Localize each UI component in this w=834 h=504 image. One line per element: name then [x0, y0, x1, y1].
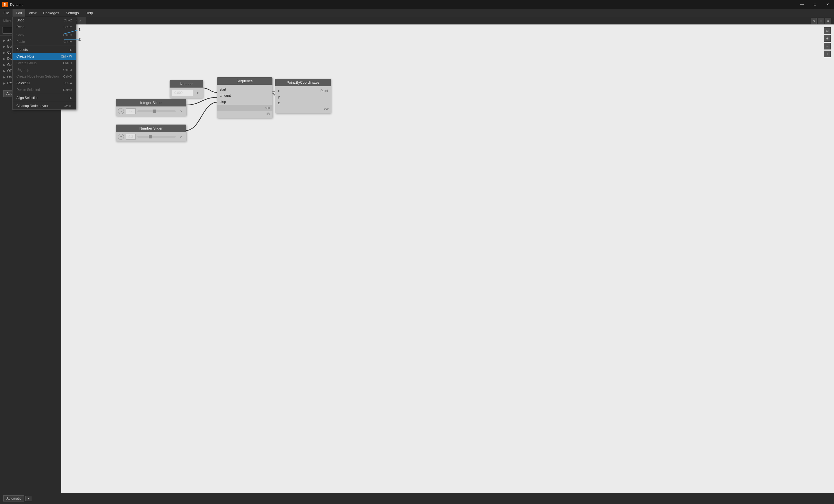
node-num-slider-body: ▾ 9.3 > — [116, 132, 186, 141]
add-label: Add — [6, 92, 12, 96]
align-arrow-icon: ▶ — [70, 96, 72, 100]
zoom-out-button[interactable]: − — [824, 43, 831, 49]
node-int-slider-header: Integer Slider — [116, 99, 186, 107]
auto-run-controls: Automatic ▼ — [3, 496, 32, 502]
tab-bar: Home* ✕ ⊙ ═ ≡ — [61, 17, 834, 24]
int-slider-out: > — [178, 108, 184, 114]
zoom-controls: ⊡ + − + — [824, 27, 831, 57]
number-value: 0.000 — [172, 90, 193, 96]
sequence-out-area: seq — [217, 105, 272, 111]
dd-sep-1 — [13, 31, 76, 31]
dd-ungroup: Ungroup Ctrl+U — [13, 66, 76, 73]
zoom-add-button[interactable]: + — [824, 50, 831, 57]
dd-align-selection[interactable]: Align Selection ▶ — [13, 94, 76, 101]
int-slider-value: 12 — [126, 108, 136, 114]
num-slider-track[interactable] — [137, 136, 176, 138]
int-slider-thumb[interactable] — [153, 110, 156, 113]
callout-1-label: 1 — [79, 27, 81, 32]
tab-home-close[interactable]: ✕ — [79, 19, 81, 22]
node-point[interactable]: Point.ByCoordinates x Point y z xxx — [275, 79, 331, 113]
node-sequence-body: start amount step seq IIV — [217, 85, 272, 118]
bottom-bar: Automatic ▼ — [0, 493, 834, 504]
menu-help[interactable]: Help — [82, 9, 96, 17]
dropdown-menu: Undo Ctrl+Z Redo Ctrl+Y Copy Ctrl+C Past… — [12, 17, 76, 110]
node-number[interactable]: Number 0.000 > — [170, 80, 203, 98]
num-slider-value: 9.3 — [126, 134, 136, 139]
num-slider-thumb[interactable] — [149, 135, 152, 138]
dd-select-all[interactable]: Select All Ctrl+A — [13, 80, 76, 86]
dd-sep-2 — [13, 46, 76, 46]
menu-edit[interactable]: Edit — [13, 9, 25, 17]
node-sequence-title: Sequence — [237, 79, 253, 83]
presets-arrow-icon: ▶ — [70, 48, 72, 52]
menu-file[interactable]: File — [0, 9, 13, 17]
node-int-slider-body: ▾ 12 > — [116, 107, 186, 116]
auto-run-arrow[interactable]: ▼ — [25, 496, 32, 501]
close-button[interactable]: ✕ — [821, 0, 834, 9]
node-sequence[interactable]: Sequence start amount step seq IIV — [217, 77, 272, 118]
node-number-title: Number — [180, 82, 193, 86]
point-row-y: y — [275, 94, 331, 100]
seq-bottom-label: IIV — [267, 112, 270, 115]
dd-sep-3 — [13, 94, 76, 94]
dd-delete-selected: Delete Selected Delete — [13, 86, 76, 93]
node-number-header: Number — [170, 80, 203, 88]
dd-create-note[interactable]: Create Note Ctrl + W — [13, 53, 76, 60]
dd-presets[interactable]: Presets ▶ — [13, 46, 76, 53]
pt-bottom-label: xxx — [324, 107, 329, 111]
app-title: Dynamo — [10, 2, 23, 7]
window-controls: — □ ✕ — [796, 0, 834, 9]
app-icon: D — [2, 2, 8, 7]
node-number-body: 0.000 > — [170, 88, 203, 98]
point-row-z: z — [275, 100, 331, 106]
title-bar: D Dynamo — □ ✕ — [0, 0, 834, 9]
dd-cleanup-node-layout[interactable]: Cleanup Node Layout Ctrl+L — [13, 103, 76, 109]
dd-create-node-from-sel: Create Node From Selection Ctrl+D — [13, 73, 76, 80]
zoom-in-button[interactable]: + — [824, 35, 831, 42]
pt-port-z: z — [278, 101, 328, 105]
dd-copy: Copy Ctrl+C — [13, 32, 76, 38]
toolbar-btn-3[interactable]: ≡ — [825, 18, 831, 24]
toolbar-btn-2[interactable]: ═ — [818, 18, 824, 24]
seq-out-label: seq — [265, 106, 270, 110]
num-slider-chevron[interactable]: ▾ — [118, 134, 124, 140]
minimize-button[interactable]: — — [796, 0, 808, 9]
sequence-row-amount: amount — [217, 92, 272, 99]
node-int-slider-title: Integer Slider — [140, 101, 161, 105]
pt-out-label: Point — [321, 89, 328, 93]
menu-packages[interactable]: Packages — [40, 9, 62, 17]
menu-settings[interactable]: Settings — [62, 9, 82, 17]
menu-bar: File Edit View Packages Settings Help — [0, 9, 834, 17]
node-num-slider-title: Number Slider — [139, 126, 162, 130]
dd-create-group: Create Group Ctrl+G — [13, 60, 76, 66]
num-slider-out: > — [178, 134, 184, 139]
app-icon-letter: D — [4, 3, 6, 6]
dd-paste: Paste Ctrl+V — [13, 38, 76, 45]
maximize-button[interactable]: □ — [808, 0, 821, 9]
node-num-slider[interactable]: Number Slider ▾ 9.3 > — [116, 125, 186, 141]
zoom-fit-button[interactable]: ⊡ — [824, 27, 831, 34]
tab-toolbar: ⊙ ═ ≡ — [811, 18, 831, 24]
node-point-body: x Point y z xxx — [275, 86, 331, 113]
pt-port-y: y — [278, 95, 328, 99]
node-int-slider[interactable]: Integer Slider ▾ 12 > — [116, 99, 186, 116]
dd-redo[interactable]: Redo Ctrl+Y — [13, 24, 76, 30]
node-num-slider-header: Number Slider — [116, 125, 186, 132]
node-point-title: Point.ByCoordinates — [287, 80, 320, 85]
menu-view[interactable]: View — [25, 9, 40, 17]
number-out-port: > — [195, 90, 201, 96]
dd-undo[interactable]: Undo Ctrl+Z — [13, 17, 76, 24]
int-slider-track[interactable] — [137, 110, 176, 112]
callout-2-label: 2 — [79, 37, 81, 42]
seq-port-step: step — [220, 100, 270, 104]
node-point-header: Point.ByCoordinates — [275, 79, 331, 86]
seq-port-amount: amount — [220, 94, 270, 97]
auto-run-button[interactable]: Automatic — [3, 496, 24, 502]
sequence-row-step: step — [217, 99, 272, 105]
point-row-x: x Point — [275, 88, 331, 94]
toolbar-btn-1[interactable]: ⊙ — [811, 18, 817, 24]
sequence-row-start: start — [217, 86, 272, 92]
pt-port-x: x — [278, 89, 321, 93]
int-slider-chevron[interactable]: ▾ — [118, 108, 124, 114]
seq-port-start: start — [220, 88, 270, 91]
